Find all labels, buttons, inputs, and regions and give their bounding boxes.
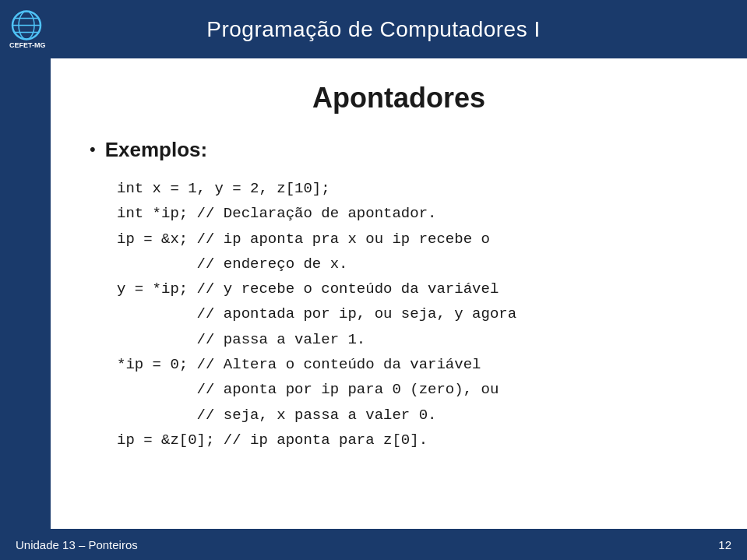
code-block: int x = 1, y = 2, z[10]; int *ip; // Dec… bbox=[117, 176, 708, 453]
code-line-4: // endereço de x. bbox=[117, 252, 708, 276]
code-line-10: // seja, x passa a valer 0. bbox=[117, 403, 708, 428]
code-line-11: ip = &z[0]; // ip aponta para z[0]. bbox=[117, 428, 708, 453]
bullet-item-exemplos: • Exemplos: bbox=[90, 138, 708, 162]
svg-text:CEFET-MG: CEFET-MG bbox=[9, 41, 46, 48]
header: CEFET-MG Programação de Computadores I bbox=[0, 0, 747, 58]
footer: Unidade 13 – Ponteiros 12 bbox=[0, 529, 747, 560]
slide-title: Apontadores bbox=[90, 82, 708, 114]
footer-left-text: Unidade 13 – Ponteiros bbox=[16, 538, 138, 551]
main-content: Apontadores • Exemplos: int x = 1, y = 2… bbox=[51, 58, 747, 529]
bullet-label: Exemplos: bbox=[105, 138, 208, 162]
header-title: Programação de Computadores I bbox=[206, 17, 541, 42]
cefet-mg-logo: CEFET-MG bbox=[9, 8, 72, 51]
code-line-1: int x = 1, y = 2, z[10]; bbox=[117, 176, 708, 201]
bullet-section: • Exemplos: int x = 1, y = 2, z[10]; int… bbox=[90, 138, 708, 453]
code-line-7: // passa a valer 1. bbox=[117, 327, 708, 352]
bullet-dot: • bbox=[90, 139, 96, 160]
code-line-2: int *ip; // Declaração de apontador. bbox=[117, 201, 708, 226]
left-sidebar-stripe bbox=[0, 58, 51, 529]
code-line-6: // apontada por ip, ou seja, y agora bbox=[117, 301, 708, 326]
code-line-8: *ip = 0; // Altera o conteúdo da variáve… bbox=[117, 352, 708, 377]
code-line-9: // aponta por ip para 0 (zero), ou bbox=[117, 377, 708, 402]
code-line-3: ip = &x; // ip aponta pra x ou ip recebe… bbox=[117, 227, 708, 252]
logo-area: CEFET-MG bbox=[9, 8, 72, 51]
footer-page-number: 12 bbox=[718, 538, 731, 551]
code-line-5: y = *ip; // y recebe o conteúdo da variá… bbox=[117, 276, 708, 301]
